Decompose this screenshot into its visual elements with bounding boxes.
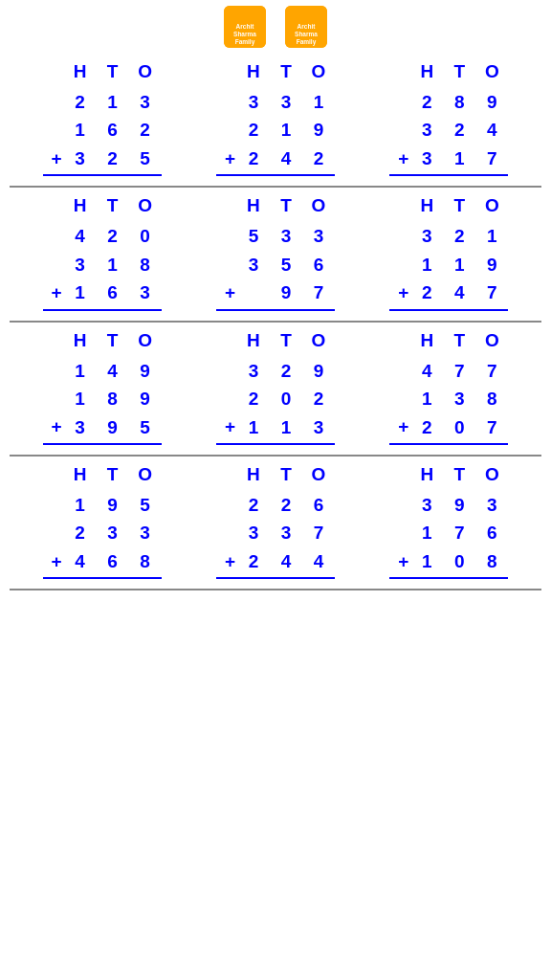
- digit-0: 1: [64, 116, 97, 144]
- plus-sign: [43, 360, 64, 381]
- digit-2: 6: [302, 251, 335, 278]
- plus-sign: [216, 389, 237, 410]
- plus-sign: [43, 254, 64, 275]
- digit-1: 1: [443, 251, 475, 278]
- plus-sign: +: [216, 282, 237, 303]
- digit-2: 0: [129, 222, 162, 250]
- digit-0: 3: [410, 116, 443, 144]
- digit-row-1: 149: [43, 357, 162, 385]
- hto-label-o: O: [302, 61, 335, 82]
- hto-label-t: T: [443, 330, 475, 351]
- problem-2: HTO 331 219+242: [216, 61, 335, 176]
- problem-1: HTO 420 318+163: [43, 195, 162, 310]
- problem-2: HTO 329 202+113: [216, 330, 335, 445]
- digit-row-1: 321: [389, 222, 508, 250]
- digit-row-2: 337: [216, 519, 335, 546]
- digit-2: 5: [129, 413, 162, 441]
- digit-row-2: 162: [43, 116, 162, 144]
- digit-1: 2: [443, 222, 475, 250]
- digit-0: 3: [237, 88, 270, 116]
- plus-sign: +: [43, 416, 64, 437]
- digit-row-1: 420: [43, 222, 162, 250]
- plus-sign: [389, 495, 410, 516]
- hto-label-h: H: [237, 195, 270, 216]
- hto-label-t: T: [443, 61, 475, 82]
- digit-0: 1: [410, 251, 443, 278]
- digit-row-2: 318: [43, 251, 162, 278]
- answer-line: [389, 443, 508, 445]
- digit-2: 9: [302, 116, 335, 144]
- digit-row-1: 329: [216, 357, 335, 385]
- digit-1: 0: [443, 547, 475, 575]
- digit-row-2: 233: [43, 519, 162, 546]
- digit-0: 2: [410, 413, 443, 441]
- plus-sign: [43, 226, 64, 247]
- digit-2: 1: [302, 88, 335, 116]
- section-divider: [10, 321, 541, 323]
- hto-label-t: T: [97, 195, 129, 216]
- problem-3: HTO 393 176+108: [389, 464, 508, 579]
- digit-row-2: 189: [43, 385, 162, 412]
- digit-1: 9: [97, 413, 129, 441]
- answer-line: [43, 174, 162, 176]
- digit-1: 2: [97, 222, 129, 250]
- digit-row-1: 533: [216, 222, 335, 250]
- digit-1: 5: [270, 251, 302, 278]
- hto-label-h: H: [410, 330, 443, 351]
- plus-sign: +: [389, 282, 410, 303]
- hto-label-t: T: [443, 195, 475, 216]
- hto-header: HTO: [216, 195, 335, 216]
- digit-0: 2: [410, 88, 443, 116]
- svg-text:Archit: Archit: [298, 23, 317, 30]
- plus-sign: [389, 226, 410, 247]
- hto-label-h: H: [410, 61, 443, 82]
- problem-1: HTO 149 189+395: [43, 330, 162, 445]
- digit-2: 7: [475, 413, 508, 441]
- digit-row-3: +108: [389, 547, 508, 575]
- digit-2: 9: [475, 88, 508, 116]
- digit-1: 1: [270, 116, 302, 144]
- hto-header: HTO: [43, 464, 162, 485]
- digit-2: 6: [475, 519, 508, 546]
- digit-0: 1: [410, 519, 443, 546]
- digit-0: 3: [64, 145, 97, 172]
- digit-2: 8: [475, 547, 508, 575]
- digit-1: 4: [443, 278, 475, 306]
- digit-0: 5: [237, 222, 270, 250]
- plus-sign: [389, 523, 410, 544]
- hto-label-h: H: [410, 195, 443, 216]
- digit-0: 1: [410, 385, 443, 412]
- hto-row: HTO 213 162+325 HTO 331 219+242 HTO 289 …: [15, 61, 536, 176]
- digit-1: 4: [270, 547, 302, 575]
- digit-1: 3: [97, 519, 129, 546]
- digit-1: 3: [270, 222, 302, 250]
- logo-left: Archit Sharma Family: [224, 6, 266, 48]
- digit-1: 0: [443, 413, 475, 441]
- plus-sign: [43, 523, 64, 544]
- digit-2: 1: [475, 222, 508, 250]
- digit-row-3: +395: [43, 413, 162, 441]
- digit-0: 2: [410, 278, 443, 306]
- digit-1: 1: [97, 88, 129, 116]
- digit-0: 1: [410, 547, 443, 575]
- answer-line: [389, 577, 508, 579]
- plus-sign: +: [389, 416, 410, 437]
- digit-2: 2: [302, 385, 335, 412]
- digit-1: 3: [270, 519, 302, 546]
- digit-row-1: 393: [389, 491, 508, 519]
- plus-sign: [216, 226, 237, 247]
- hto-label-o: O: [475, 464, 508, 485]
- hto-label-h: H: [64, 61, 97, 82]
- digit-row-3: +113: [216, 413, 335, 441]
- logo-right: Archit Sharma Family: [285, 6, 327, 48]
- problem-3: HTO 289 324+317: [389, 61, 508, 176]
- plus-sign: [216, 523, 237, 544]
- hto-label-h: H: [64, 330, 97, 351]
- digit-1: 6: [97, 116, 129, 144]
- plus-sign: [43, 495, 64, 516]
- plus-sign: +: [389, 148, 410, 169]
- digit-row-2: 176: [389, 519, 508, 546]
- hto-label-o: O: [129, 61, 162, 82]
- digit-row-2: 202: [216, 385, 335, 412]
- plus-sign: +: [43, 551, 64, 572]
